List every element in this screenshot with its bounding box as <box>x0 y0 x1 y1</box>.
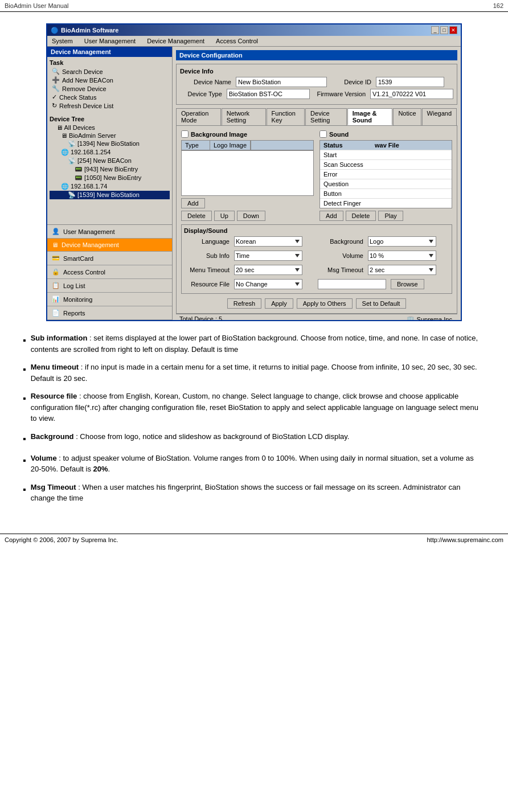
tab-function-key[interactable]: Function Key <box>267 108 305 125</box>
tree-all-devices[interactable]: 🖥 All Devices <box>50 124 170 132</box>
menu-system[interactable]: System <box>50 37 75 45</box>
device-id-label: Device ID <box>331 79 371 85</box>
close-button[interactable]: ✕ <box>449 26 457 34</box>
background-select[interactable]: Logo Notice Slideshow <box>368 236 436 247</box>
task-add-beacon[interactable]: ➕ Add New BEACon <box>50 76 170 84</box>
nav-reports[interactable]: 📄 Reports <box>47 306 172 320</box>
sub-info-select[interactable]: Time Notice None <box>234 251 302 261</box>
msg-timeout-select[interactable]: 2 sec 1 sec 5 sec <box>368 265 436 275</box>
image-up-button[interactable]: Up <box>214 211 235 221</box>
sound-action-btns: Add Delete Play <box>319 211 452 221</box>
sound-status-start: Start <box>320 150 371 159</box>
tree-192-168-1-74[interactable]: 🌐 192.168.1.74 <box>50 182 170 191</box>
apply-button[interactable]: Apply <box>265 298 293 309</box>
bullet-sub-information: ▪ Sub information : set items displayed … <box>23 333 485 355</box>
page-header: BioAdmin User Manual 162 <box>0 0 508 12</box>
sound-section: Sound Status wav File Start <box>319 130 452 221</box>
sound-checkbox[interactable] <box>319 130 327 138</box>
tree-net2-icon: 🌐 <box>61 183 71 190</box>
logo-col-header: Logo Image <box>210 141 251 150</box>
nav-monitoring[interactable]: 📊 Monitoring <box>47 293 172 306</box>
minimize-button[interactable]: _ <box>431 26 439 34</box>
background-row: Background Logo Notice Slideshow <box>318 236 449 247</box>
sub-info-label: Sub Info <box>184 252 230 259</box>
access-icon: 🔒 <box>52 268 60 276</box>
nav-user-management[interactable]: 👤 User Management <box>47 225 172 239</box>
menu-access-control[interactable]: Access Control <box>214 37 260 45</box>
task-check-label: Check Status <box>59 94 96 101</box>
tree-192-168-1-254[interactable]: 🌐 192.168.1.254 <box>50 148 170 157</box>
task-refresh-list[interactable]: ↻ Refresh Device List <box>50 101 170 110</box>
firmware-input[interactable] <box>370 89 453 99</box>
tree-bioadmin-server[interactable]: 🖥 BioAdmin Server <box>50 132 170 140</box>
image-down-button[interactable]: Down <box>237 211 265 221</box>
sound-play-button[interactable]: Play <box>378 211 403 221</box>
tree-1050-bioentry[interactable]: 📟 [1050] New BioEntry <box>50 174 170 182</box>
nav-smartcard[interactable]: 💳 SmartCard <box>47 252 172 265</box>
nav-access-label: Access Control <box>63 269 105 276</box>
task-check-status[interactable]: ✓ Check Status <box>50 93 170 101</box>
task-remove-device[interactable]: 🔧 Remove Device <box>50 84 170 93</box>
resource-file-select[interactable]: No Change English Korean Custom <box>234 279 302 289</box>
right-panel: Device Configuration Device Info Device … <box>173 47 461 320</box>
tab-wiegand[interactable]: Wiegand <box>422 108 457 125</box>
tree-254-beacon[interactable]: 📡 [254] New BEACon <box>50 157 170 165</box>
sound-wav-start <box>371 150 452 159</box>
nav-access-control[interactable]: 🔒 Access Control <box>47 265 172 279</box>
main-content: 🔵 BioAdmin Software _ □ ✕ System User Ma… <box>0 12 508 522</box>
panel-header: Device Configuration <box>176 50 457 60</box>
nav-monitoring-label: Monitoring <box>63 296 92 303</box>
device-tree-title: Device Tree <box>50 114 170 124</box>
nav-log-label: Log List <box>63 282 85 289</box>
device-name-row: Device Name Device ID <box>180 77 453 87</box>
menu-timeout-row: Menu Timeout 20 sec 10 sec 30 sec Infini… <box>184 265 316 275</box>
resource-path-input[interactable] <box>318 279 386 289</box>
task-section: Task 🔍 Search Device ➕ Add New BEACon 🔧 … <box>47 57 172 112</box>
tab-notice[interactable]: Notice <box>393 108 421 125</box>
background-term: Background <box>31 432 74 441</box>
task-search-label: Search Device <box>62 68 103 75</box>
window-icon: 🔵 <box>51 27 59 34</box>
apply-to-others-button[interactable]: Apply to Others <box>297 298 353 309</box>
tab-device-setting[interactable]: Device Setting <box>305 108 347 125</box>
bullet-mark-6: ▪ <box>23 483 26 504</box>
nav-log-list[interactable]: 📋 Log List <box>47 279 172 293</box>
tree-1394-biostation[interactable]: 📡 [1394] New BioStation <box>50 140 170 148</box>
volume-select[interactable]: 10 % 20 % 50 % 100 % <box>368 251 436 261</box>
tab-network-setting[interactable]: Network Setting <box>222 108 266 125</box>
image-add-btn-row: Add <box>181 198 314 208</box>
menu-timeout-select[interactable]: 20 sec 10 sec 30 sec Infinite <box>234 265 302 275</box>
image-add-button[interactable]: Add <box>181 198 205 208</box>
sound-wav-error <box>371 170 452 179</box>
image-delete-button[interactable]: Delete <box>181 211 212 221</box>
sound-delete-button[interactable]: Delete <box>346 211 376 221</box>
language-select[interactable]: Korean English <box>234 236 302 247</box>
tree-1539-biostation[interactable]: 📡 [1539] New BioStation <box>50 191 170 199</box>
suprema-icon: 🏢 <box>407 315 415 320</box>
sound-status-scan: Scan Success <box>320 160 371 169</box>
tree-943-bioentry[interactable]: 📟 [943] New BioEntry <box>50 165 170 174</box>
browse-button[interactable]: Browse <box>391 279 424 289</box>
refresh-button[interactable]: Refresh <box>227 298 262 309</box>
tab-operation-mode[interactable]: Operation Mode <box>176 108 221 125</box>
menu-device-management[interactable]: Device Management <box>145 37 207 45</box>
sound-wav-detect <box>371 199 452 208</box>
device-name-input[interactable] <box>236 77 327 87</box>
status-col-header: Status <box>320 141 371 150</box>
log-icon: 📋 <box>52 282 60 289</box>
nav-device-management[interactable]: 🖥 Device Management <box>47 239 172 252</box>
tab-image-sound[interactable]: Image & Sound <box>347 108 393 125</box>
volume-label: Volume <box>318 252 363 259</box>
maximize-button[interactable]: □ <box>440 26 448 34</box>
refresh-list-icon: ↻ <box>52 102 57 109</box>
device-type-input[interactable] <box>227 89 310 99</box>
background-image-checkbox[interactable] <box>181 130 189 138</box>
set-default-button[interactable]: Set to Default <box>356 298 407 309</box>
tree-254-icon: 📡 <box>68 157 77 164</box>
device-id-input[interactable] <box>376 77 444 87</box>
task-search-device[interactable]: 🔍 Search Device <box>50 67 170 76</box>
menu-bar: System User Management Device Management… <box>47 36 461 47</box>
menu-user-management[interactable]: User Management <box>82 37 138 45</box>
msg-timeout-label: Msg Timeout <box>318 266 363 273</box>
sound-add-button[interactable]: Add <box>319 211 343 221</box>
